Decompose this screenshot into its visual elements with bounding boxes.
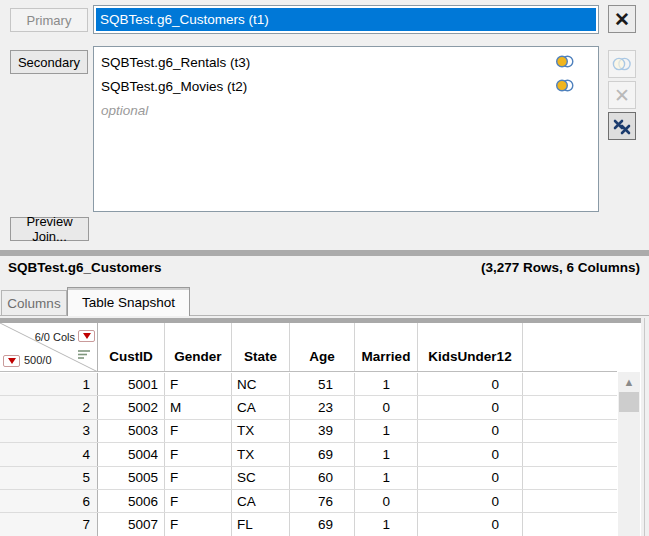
remove-primary-button[interactable]: ✕ [608,5,636,33]
cell-kidsunder12[interactable]: 0 [418,490,523,512]
clear-joins-button[interactable] [608,112,636,140]
cell-age[interactable]: 76 [290,490,355,512]
table-row[interactable]: 7 5007 F FL 69 1 0 [0,513,617,536]
preview-join-button[interactable]: Preview Join... [10,217,89,241]
cell-gender[interactable]: F [165,443,232,465]
cell-gender[interactable]: F [165,467,232,489]
cell-kidsunder12[interactable]: 0 [418,420,523,442]
close-icon: ✕ [614,86,630,105]
cell-age[interactable]: 51 [290,373,355,395]
secondary-button[interactable]: Secondary [10,50,88,74]
scroll-up-icon[interactable]: ▲ [618,372,640,392]
cell-married[interactable]: 0 [355,396,418,418]
secondary-table-listbox[interactable]: SQBTest.g6_Rentals (t3) SQBTest.g6_Movie… [93,46,599,212]
cell-custid[interactable]: 5003 [98,420,165,442]
cell-state[interactable]: TX [232,420,290,442]
row-number[interactable]: 7 [0,513,98,535]
cell-age[interactable]: 39 [290,420,355,442]
cell-gender[interactable]: F [165,420,232,442]
cell-age[interactable]: 60 [290,467,355,489]
secondary-table-item[interactable]: SQBTest.g6_Movies (t2) [94,74,598,98]
rows-red-triangle-menu[interactable] [3,355,20,367]
grid-body: 1 5001 F NC 51 1 0 2 5002 M CA 23 0 0 3 [0,373,617,536]
cell-gender[interactable]: M [165,396,232,418]
cell-state[interactable]: CA [232,490,290,512]
cell-gender[interactable]: F [165,513,232,535]
cell-custid[interactable]: 5004 [98,443,165,465]
column-header-gender[interactable]: Gender [165,323,232,371]
left-join-icon[interactable] [556,79,574,92]
remove-secondary-button[interactable]: ✕ [608,81,636,109]
cell-kidsunder12[interactable]: 0 [418,467,523,489]
cell-custid[interactable]: 5005 [98,467,165,489]
primary-table-listbox[interactable]: SQBTest.g6_Customers (t1) [93,5,599,34]
cell-custid[interactable]: 5006 [98,490,165,512]
cell-married[interactable]: 1 [355,513,418,535]
primary-table-item[interactable]: SQBTest.g6_Customers (t1) [96,8,596,31]
tab-table-snapshot[interactable]: Table Snapshot [67,287,190,316]
row-number[interactable]: 3 [0,420,98,442]
query-builder-join-panel: Primary SQBTest.g6_Customers (t1) ✕ Seco… [0,0,649,536]
panel-right-border [644,318,645,536]
column-filter-icon[interactable] [77,349,91,361]
cell-custid[interactable]: 5002 [98,396,165,418]
edit-join-button[interactable] [608,50,636,78]
column-header-filler [523,323,617,371]
row-number[interactable]: 5 [0,467,98,489]
cell-married[interactable]: 1 [355,420,418,442]
column-header-state[interactable]: State [232,323,290,371]
cell-kidsunder12[interactable]: 0 [418,373,523,395]
cell-filler [523,443,617,465]
column-header-age[interactable]: Age [290,323,355,371]
cell-gender[interactable]: F [165,373,232,395]
column-header-kidsunder12[interactable]: KidsUnder12 [418,323,523,371]
table-row[interactable]: 3 5003 F TX 39 1 0 [0,420,617,443]
cell-filler [523,513,617,535]
cell-kidsunder12[interactable]: 0 [418,396,523,418]
table-row[interactable]: 1 5001 F NC 51 1 0 [0,373,617,396]
cell-state[interactable]: TX [232,443,290,465]
tab-columns[interactable]: Columns [1,290,67,315]
column-header-married[interactable]: Married [355,323,418,371]
columns-red-triangle-menu[interactable] [78,330,95,342]
cell-kidsunder12[interactable]: 0 [418,443,523,465]
table-row[interactable]: 5 5005 F SC 60 1 0 [0,467,617,490]
venn-join-icon [612,57,632,71]
cell-age[interactable]: 23 [290,396,355,418]
primary-button[interactable]: Primary [10,8,88,32]
cell-married[interactable]: 1 [355,467,418,489]
column-header-custid[interactable]: CustID [98,323,165,371]
cell-married[interactable]: 1 [355,443,418,465]
cell-kidsunder12[interactable]: 0 [418,513,523,535]
scrollbar-thumb[interactable] [619,392,639,412]
cell-age[interactable]: 69 [290,443,355,465]
cell-custid[interactable]: 5001 [98,373,165,395]
row-number[interactable]: 2 [0,396,98,418]
cell-filler [523,396,617,418]
vertical-scrollbar[interactable]: ▲ [618,372,640,536]
cell-gender[interactable]: F [165,490,232,512]
close-icon: ✕ [614,10,630,29]
row-number[interactable]: 6 [0,490,98,512]
grid-header-row: 6/0 Cols 500/0 CustID Gender State Age M… [0,323,617,372]
cell-filler [523,420,617,442]
grid-corner-cell: 6/0 Cols 500/0 [0,323,98,371]
result-table-name: SQBTest.g6_Customers [8,260,162,275]
cell-married[interactable]: 1 [355,373,418,395]
cell-custid[interactable]: 5007 [98,513,165,535]
cell-married[interactable]: 0 [355,490,418,512]
row-number[interactable]: 4 [0,443,98,465]
table-row[interactable]: 2 5002 M CA 23 0 0 [0,396,617,419]
table-row[interactable]: 4 5004 F TX 69 1 0 [0,443,617,466]
cell-age[interactable]: 69 [290,513,355,535]
cell-state[interactable]: CA [232,396,290,418]
cell-state[interactable]: SC [232,467,290,489]
secondary-table-item[interactable]: SQBTest.g6_Rentals (t3) [94,50,598,74]
table-row[interactable]: 6 5006 F CA 76 0 0 [0,490,617,513]
result-table-dimensions: (3,277 Rows, 6 Columns) [481,260,640,275]
row-number[interactable]: 1 [0,373,98,395]
cell-state[interactable]: NC [232,373,290,395]
left-join-icon[interactable] [556,55,574,68]
cell-filler [523,490,617,512]
cell-state[interactable]: FL [232,513,290,535]
